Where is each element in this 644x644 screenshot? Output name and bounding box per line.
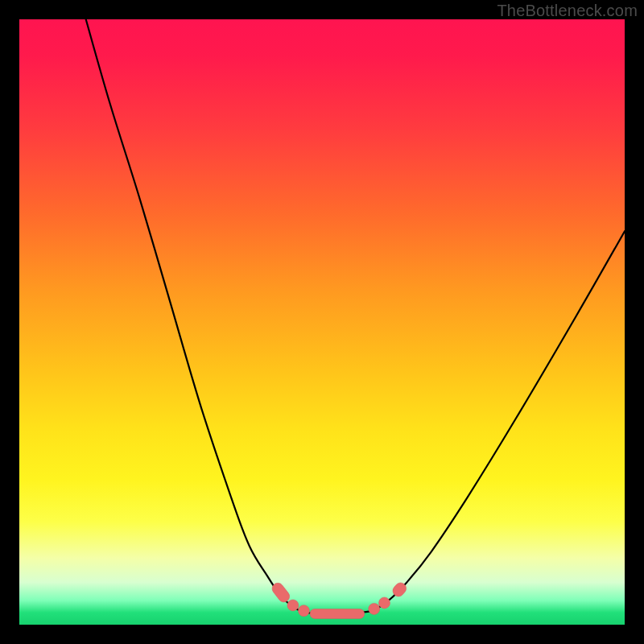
marker-dot <box>369 603 380 614</box>
marker-dot <box>287 600 299 611</box>
marker-dot <box>298 605 309 617</box>
curve-svg <box>19 19 625 625</box>
curve-markers <box>270 580 408 618</box>
plot-area <box>19 19 625 625</box>
marker-bar <box>310 609 365 619</box>
attribution-label: TheBottleneck.com <box>497 2 638 20</box>
marker-dot <box>379 597 390 609</box>
bottleneck-curve <box>86 19 625 614</box>
chart-frame: TheBottleneck.com <box>0 0 644 644</box>
